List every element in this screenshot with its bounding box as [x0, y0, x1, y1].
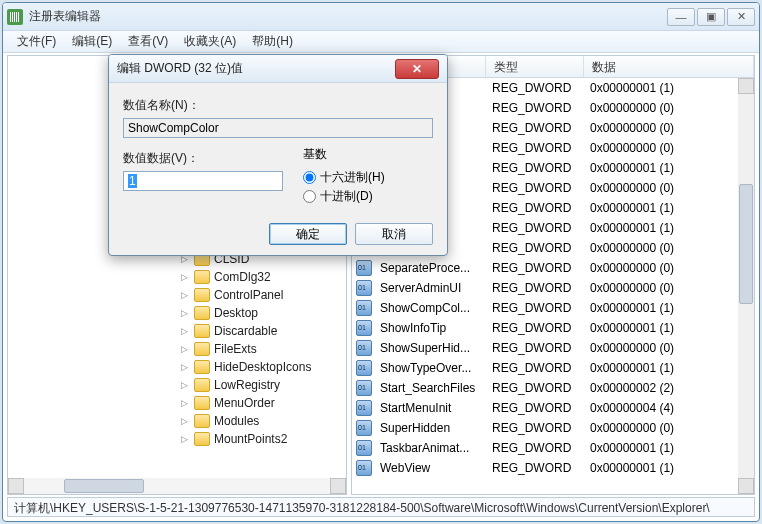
cell-type: REG_DWORD — [484, 81, 582, 95]
cell-type: REG_DWORD — [484, 241, 582, 255]
list-row[interactable]: ShowCompCol...REG_DWORD0x00000001 (1) — [352, 298, 738, 318]
edit-dword-dialog[interactable]: 编辑 DWORD (32 位)值 ✕ 数值名称(N)： 数值数据(V)： 1 基… — [108, 54, 448, 256]
ok-button[interactable]: 确定 — [269, 223, 347, 245]
scroll-track[interactable] — [738, 94, 754, 478]
titlebar[interactable]: 注册表编辑器 — ▣ ✕ — [3, 3, 759, 31]
expand-icon[interactable]: ▷ — [178, 290, 190, 300]
tree-item-controlpanel[interactable]: ▷ControlPanel — [8, 286, 346, 304]
cell-data: 0x00000000 (0) — [582, 261, 738, 275]
expand-icon[interactable]: ▷ — [178, 326, 190, 336]
expand-icon[interactable]: ▷ — [178, 434, 190, 444]
cell-data: 0x00000001 (1) — [582, 161, 738, 175]
list-row[interactable]: TaskbarAnimat...REG_DWORD0x00000001 (1) — [352, 438, 738, 458]
cell-name: TaskbarAnimat... — [372, 441, 484, 455]
tree-item-label: LowRegistry — [214, 378, 280, 392]
tree-item-discardable[interactable]: ▷Discardable — [8, 322, 346, 340]
cell-name: SeparateProce... — [372, 261, 484, 275]
cell-data: 0x00000000 (0) — [582, 121, 738, 135]
radix-dec-radio[interactable] — [303, 190, 316, 203]
folder-icon — [194, 432, 210, 446]
cell-type: REG_DWORD — [484, 121, 582, 135]
tree-horizontal-scrollbar[interactable] — [8, 478, 346, 494]
maximize-button[interactable]: ▣ — [697, 8, 725, 26]
radix-hex-radio[interactable] — [303, 171, 316, 184]
tree-item-lowregistry[interactable]: ▷LowRegistry — [8, 376, 346, 394]
dword-icon — [356, 340, 372, 356]
cancel-button[interactable]: 取消 — [355, 223, 433, 245]
list-row[interactable]: SeparateProce...REG_DWORD0x00000000 (0) — [352, 258, 738, 278]
tree-item-hidedesktopicons[interactable]: ▷HideDesktopIcons — [8, 358, 346, 376]
menu-view[interactable]: 查看(V) — [120, 31, 176, 52]
cell-data: 0x00000000 (0) — [582, 101, 738, 115]
menu-file[interactable]: 文件(F) — [9, 31, 64, 52]
radix-dec-option[interactable]: 十进制(D) — [303, 188, 433, 205]
scroll-thumb[interactable] — [64, 479, 144, 493]
tree-item-comdlg32[interactable]: ▷ComDlg32 — [8, 268, 346, 286]
cell-data: 0x00000002 (2) — [582, 381, 738, 395]
cell-name: Start_SearchFiles — [372, 381, 484, 395]
close-button[interactable]: ✕ — [727, 8, 755, 26]
list-row[interactable]: ShowInfoTipREG_DWORD0x00000001 (1) — [352, 318, 738, 338]
app-icon — [7, 9, 23, 25]
dialog-close-button[interactable]: ✕ — [395, 59, 439, 79]
folder-icon — [194, 396, 210, 410]
tree-item-menuorder[interactable]: ▷MenuOrder — [8, 394, 346, 412]
cell-data: 0x00000001 (1) — [582, 441, 738, 455]
cell-type: REG_DWORD — [484, 441, 582, 455]
cell-type: REG_DWORD — [484, 381, 582, 395]
dword-icon — [356, 320, 372, 336]
list-row[interactable]: ShowTypeOver...REG_DWORD0x00000001 (1) — [352, 358, 738, 378]
tree-item-mountpoints2[interactable]: ▷MountPoints2 — [8, 430, 346, 448]
scroll-down-arrow[interactable] — [738, 478, 754, 494]
list-row[interactable]: StartMenuInitREG_DWORD0x00000004 (4) — [352, 398, 738, 418]
cell-data: 0x00000001 (1) — [582, 321, 738, 335]
expand-icon[interactable]: ▷ — [178, 380, 190, 390]
menu-favorites[interactable]: 收藏夹(A) — [176, 31, 244, 52]
cell-data: 0x00000001 (1) — [582, 221, 738, 235]
menu-help[interactable]: 帮助(H) — [244, 31, 301, 52]
cell-name: ShowInfoTip — [372, 321, 484, 335]
expand-icon[interactable]: ▷ — [178, 308, 190, 318]
scroll-left-arrow[interactable] — [8, 478, 24, 494]
tree-item-desktop[interactable]: ▷Desktop — [8, 304, 346, 322]
radix-hex-option[interactable]: 十六进制(H) — [303, 169, 433, 186]
tree-item-fileexts[interactable]: ▷FileExts — [8, 340, 346, 358]
expand-icon[interactable]: ▷ — [178, 362, 190, 372]
cell-type: REG_DWORD — [484, 161, 582, 175]
tree-item-modules[interactable]: ▷Modules — [8, 412, 346, 430]
menubar: 文件(F) 编辑(E) 查看(V) 收藏夹(A) 帮助(H) — [3, 31, 759, 53]
list-row[interactable]: ShowSuperHid...REG_DWORD0x00000000 (0) — [352, 338, 738, 358]
list-row[interactable]: SuperHiddenREG_DWORD0x00000000 (0) — [352, 418, 738, 438]
col-data[interactable]: 数据 — [584, 56, 754, 77]
cell-type: REG_DWORD — [484, 221, 582, 235]
dword-icon — [356, 280, 372, 296]
dialog-titlebar[interactable]: 编辑 DWORD (32 位)值 ✕ — [109, 55, 447, 83]
tree-item-label: MenuOrder — [214, 396, 275, 410]
value-name-field[interactable] — [123, 118, 433, 138]
list-row[interactable]: WebViewREG_DWORD0x00000001 (1) — [352, 458, 738, 478]
expand-icon[interactable]: ▷ — [178, 416, 190, 426]
tree-item-label: Discardable — [214, 324, 277, 338]
dword-icon — [356, 440, 372, 456]
scroll-track[interactable] — [24, 478, 330, 494]
tree-item-label: FileExts — [214, 342, 257, 356]
col-type[interactable]: 类型 — [486, 56, 584, 77]
value-name-label: 数值名称(N)： — [123, 97, 433, 114]
expand-icon[interactable]: ▷ — [178, 344, 190, 354]
list-row[interactable]: Start_SearchFilesREG_DWORD0x00000002 (2) — [352, 378, 738, 398]
expand-icon[interactable]: ▷ — [178, 272, 190, 282]
value-data-field[interactable]: 1 — [123, 171, 283, 191]
scroll-right-arrow[interactable] — [330, 478, 346, 494]
scroll-up-arrow[interactable] — [738, 78, 754, 94]
minimize-button[interactable]: — — [667, 8, 695, 26]
list-row[interactable]: ServerAdminUIREG_DWORD0x00000000 (0) — [352, 278, 738, 298]
value-data-label: 数值数据(V)： — [123, 150, 283, 167]
tree-item-label: MountPoints2 — [214, 432, 287, 446]
cell-type: REG_DWORD — [484, 201, 582, 215]
scroll-thumb[interactable] — [739, 184, 753, 304]
expand-icon[interactable]: ▷ — [178, 398, 190, 408]
list-vertical-scrollbar[interactable] — [738, 78, 754, 494]
cell-type: REG_DWORD — [484, 341, 582, 355]
menu-edit[interactable]: 编辑(E) — [64, 31, 120, 52]
cell-data: 0x00000004 (4) — [582, 401, 738, 415]
